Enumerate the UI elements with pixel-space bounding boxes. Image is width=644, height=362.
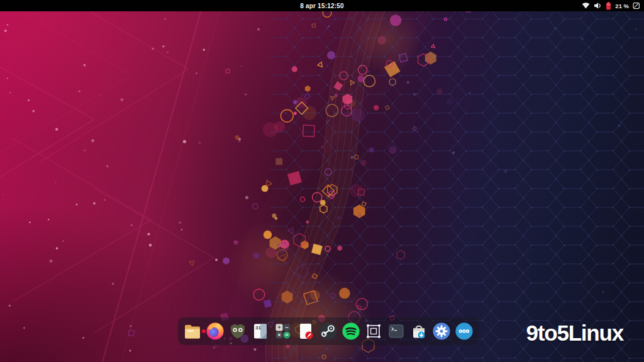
dock-item-settings[interactable] [431,321,452,341]
more-dots-icon [455,322,474,341]
clock-button[interactable]: 8 apr 15:12:50 [295,0,349,11]
9to5linux-watermark: 9to5Linux [526,321,624,346]
battery-low-red-icon [606,2,611,10]
steam-icon [319,322,338,341]
firefox-icon [206,322,225,341]
desktop-wallpaper [0,0,644,362]
dock-item-files[interactable] [182,321,203,341]
dock-item-owl-app[interactable] [228,321,248,341]
dock-item-calendar[interactable]: 31 [250,321,270,341]
dock-item-text-editor[interactable] [296,321,316,341]
dock-item-firefox[interactable] [205,321,225,341]
calendar-day-glyph: 31 [255,325,261,331]
settings-gear-icon [432,322,451,341]
dock-item-show-apps[interactable] [454,321,474,341]
red-notification-dot [202,329,206,333]
dock-item-frame-tool[interactable] [364,321,384,341]
dock: 31 + − × = [178,317,479,345]
calc-times-glyph: × [277,332,280,338]
dock-item-terminal[interactable] [386,321,406,341]
battery-percent-label: 21 % [615,3,629,9]
volume-icon [594,2,602,9]
clock-label: 8 apr 15:12:50 [300,3,344,9]
hex-lattice [270,0,644,362]
transform-frame-icon [364,322,383,341]
status-indicator-icon [633,2,640,9]
dock-item-spotify[interactable] [341,321,361,341]
calc-equals-glyph: = [286,332,289,338]
dock-item-calculator[interactable]: + − × = [273,321,293,341]
calculator-icon: + − × = [274,322,292,341]
text-editor-pencil-icon [296,322,315,341]
dock-item-software[interactable] [409,321,429,341]
calendar-icon: 31 [251,322,270,341]
files-folder-icon [183,322,202,341]
calc-plus-glyph: + [277,324,280,331]
wallpaper-art [0,0,644,362]
dock-item-steam[interactable] [318,321,338,341]
software-bag-download-icon [409,322,428,341]
wifi-icon [582,2,590,9]
top-panel: 8 apr 15:12:50 21 % [0,0,644,11]
system-status-area[interactable]: 21 % [582,0,640,11]
spotify-icon [341,322,360,341]
left-facets [0,0,226,362]
owl-icon [228,322,247,341]
calc-minus-glyph: − [285,324,288,331]
terminal-icon [387,322,406,341]
